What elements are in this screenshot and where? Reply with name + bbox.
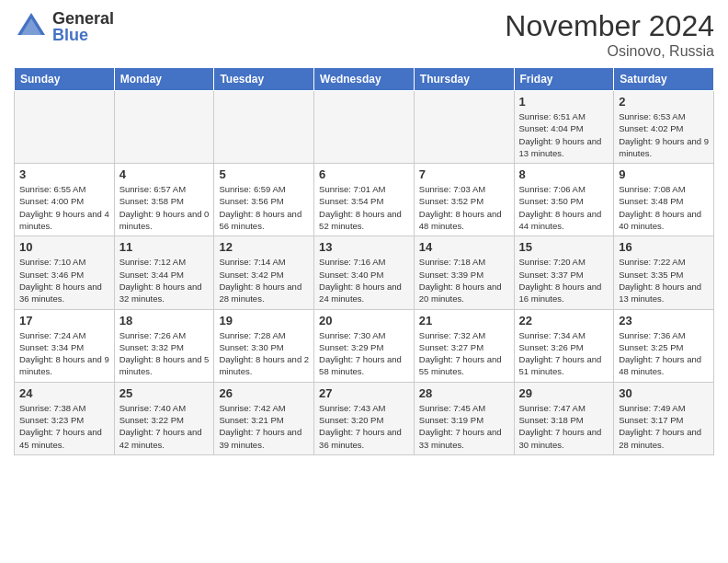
calendar-cell: 19Sunrise: 7:28 AM Sunset: 3:30 PM Dayli… xyxy=(214,309,314,382)
day-info: Sunrise: 6:57 AM Sunset: 3:58 PM Dayligh… xyxy=(119,183,210,232)
col-friday: Friday xyxy=(514,68,614,91)
day-number: 16 xyxy=(619,240,709,254)
day-info: Sunrise: 7:49 AM Sunset: 3:17 PM Dayligh… xyxy=(619,402,709,451)
day-number: 18 xyxy=(119,314,210,327)
calendar-cell: 22Sunrise: 7:34 AM Sunset: 3:26 PM Dayli… xyxy=(514,309,614,382)
day-number: 24 xyxy=(19,386,109,400)
calendar-cell: 12Sunrise: 7:14 AM Sunset: 3:42 PM Dayli… xyxy=(214,236,314,309)
calendar-week-3: 10Sunrise: 7:10 AM Sunset: 3:46 PM Dayli… xyxy=(15,236,714,309)
day-number: 15 xyxy=(519,240,609,254)
day-number: 5 xyxy=(219,167,309,181)
logo-icon xyxy=(14,9,49,44)
day-info: Sunrise: 7:26 AM Sunset: 3:32 PM Dayligh… xyxy=(119,329,210,378)
calendar-cell: 27Sunrise: 7:43 AM Sunset: 3:20 PM Dayli… xyxy=(314,382,415,454)
calendar-cell: 29Sunrise: 7:47 AM Sunset: 3:18 PM Dayli… xyxy=(514,382,614,454)
day-number: 22 xyxy=(519,314,609,327)
day-number: 20 xyxy=(319,314,409,327)
day-number: 25 xyxy=(119,386,210,400)
calendar-cell xyxy=(15,91,115,164)
day-info: Sunrise: 7:10 AM Sunset: 3:46 PM Dayligh… xyxy=(19,256,109,304)
calendar-cell: 15Sunrise: 7:20 AM Sunset: 3:37 PM Dayli… xyxy=(514,236,614,309)
calendar-cell: 18Sunrise: 7:26 AM Sunset: 3:32 PM Dayli… xyxy=(114,309,214,382)
calendar-cell: 9Sunrise: 7:08 AM Sunset: 3:48 PM Daylig… xyxy=(614,164,714,236)
calendar-cell: 21Sunrise: 7:32 AM Sunset: 3:27 PM Dayli… xyxy=(414,309,514,382)
day-number: 4 xyxy=(119,167,210,181)
col-tuesday: Tuesday xyxy=(214,68,314,91)
day-number: 1 xyxy=(519,95,609,109)
calendar-cell: 10Sunrise: 7:10 AM Sunset: 3:46 PM Dayli… xyxy=(15,236,115,309)
title-block: November 2024 Osinovo, Russia xyxy=(505,9,714,60)
month-title: November 2024 xyxy=(505,9,714,43)
day-number: 10 xyxy=(19,240,109,254)
day-number: 17 xyxy=(19,314,109,327)
day-info: Sunrise: 7:40 AM Sunset: 3:22 PM Dayligh… xyxy=(119,402,210,451)
header: General Blue November 2024 Osinovo, Russ… xyxy=(14,9,714,60)
calendar-week-5: 24Sunrise: 7:38 AM Sunset: 3:23 PM Dayli… xyxy=(15,382,714,454)
calendar-cell: 3Sunrise: 6:55 AM Sunset: 4:00 PM Daylig… xyxy=(15,164,115,236)
day-number: 14 xyxy=(419,240,509,254)
day-info: Sunrise: 7:42 AM Sunset: 3:21 PM Dayligh… xyxy=(219,402,309,451)
col-monday: Monday xyxy=(114,68,214,91)
day-info: Sunrise: 6:59 AM Sunset: 3:56 PM Dayligh… xyxy=(219,183,309,232)
day-number: 11 xyxy=(119,240,210,254)
day-number: 13 xyxy=(319,240,409,254)
calendar-cell: 24Sunrise: 7:38 AM Sunset: 3:23 PM Dayli… xyxy=(15,382,115,454)
page: General Blue November 2024 Osinovo, Russ… xyxy=(0,0,728,465)
day-info: Sunrise: 7:30 AM Sunset: 3:29 PM Dayligh… xyxy=(319,329,409,378)
day-info: Sunrise: 6:53 AM Sunset: 4:02 PM Dayligh… xyxy=(619,110,709,159)
day-info: Sunrise: 7:47 AM Sunset: 3:18 PM Dayligh… xyxy=(519,402,609,451)
day-number: 9 xyxy=(619,167,709,181)
day-info: Sunrise: 7:08 AM Sunset: 3:48 PM Dayligh… xyxy=(619,183,709,232)
day-number: 27 xyxy=(319,386,409,400)
calendar-cell: 13Sunrise: 7:16 AM Sunset: 3:40 PM Dayli… xyxy=(314,236,415,309)
day-number: 30 xyxy=(619,386,709,400)
calendar-cell: 2Sunrise: 6:53 AM Sunset: 4:02 PM Daylig… xyxy=(614,91,714,164)
calendar-cell xyxy=(414,91,514,164)
calendar-table: Sunday Monday Tuesday Wednesday Thursday… xyxy=(14,67,714,455)
calendar-cell: 17Sunrise: 7:24 AM Sunset: 3:34 PM Dayli… xyxy=(15,309,115,382)
day-number: 2 xyxy=(619,95,709,109)
day-info: Sunrise: 7:18 AM Sunset: 3:39 PM Dayligh… xyxy=(419,256,509,304)
calendar-cell: 16Sunrise: 7:22 AM Sunset: 3:35 PM Dayli… xyxy=(614,236,714,309)
day-info: Sunrise: 7:22 AM Sunset: 3:35 PM Dayligh… xyxy=(619,256,709,304)
day-info: Sunrise: 7:28 AM Sunset: 3:30 PM Dayligh… xyxy=(219,329,309,378)
day-info: Sunrise: 7:43 AM Sunset: 3:20 PM Dayligh… xyxy=(319,402,409,451)
calendar-week-2: 3Sunrise: 6:55 AM Sunset: 4:00 PM Daylig… xyxy=(15,164,714,236)
day-info: Sunrise: 7:36 AM Sunset: 3:25 PM Dayligh… xyxy=(619,329,709,378)
day-number: 26 xyxy=(219,386,309,400)
col-sunday: Sunday xyxy=(15,68,115,91)
day-info: Sunrise: 7:45 AM Sunset: 3:19 PM Dayligh… xyxy=(419,402,509,451)
calendar-cell: 4Sunrise: 6:57 AM Sunset: 3:58 PM Daylig… xyxy=(114,164,214,236)
day-number: 7 xyxy=(419,167,509,181)
day-info: Sunrise: 7:34 AM Sunset: 3:26 PM Dayligh… xyxy=(519,329,609,378)
calendar-cell: 8Sunrise: 7:06 AM Sunset: 3:50 PM Daylig… xyxy=(514,164,614,236)
day-info: Sunrise: 7:16 AM Sunset: 3:40 PM Dayligh… xyxy=(319,256,409,304)
calendar-week-4: 17Sunrise: 7:24 AM Sunset: 3:34 PM Dayli… xyxy=(15,309,714,382)
col-saturday: Saturday xyxy=(614,68,714,91)
day-info: Sunrise: 7:06 AM Sunset: 3:50 PM Dayligh… xyxy=(519,183,609,232)
location: Osinovo, Russia xyxy=(505,43,714,60)
day-number: 28 xyxy=(419,386,509,400)
header-row: Sunday Monday Tuesday Wednesday Thursday… xyxy=(15,68,714,91)
day-info: Sunrise: 7:12 AM Sunset: 3:44 PM Dayligh… xyxy=(119,256,210,304)
calendar-cell: 30Sunrise: 7:49 AM Sunset: 3:17 PM Dayli… xyxy=(614,382,714,454)
logo-general-text: General xyxy=(52,10,114,27)
day-number: 21 xyxy=(419,314,509,327)
calendar-cell: 6Sunrise: 7:01 AM Sunset: 3:54 PM Daylig… xyxy=(314,164,415,236)
calendar-cell: 26Sunrise: 7:42 AM Sunset: 3:21 PM Dayli… xyxy=(214,382,314,454)
col-thursday: Thursday xyxy=(414,68,514,91)
day-info: Sunrise: 7:14 AM Sunset: 3:42 PM Dayligh… xyxy=(219,256,309,304)
day-info: Sunrise: 7:32 AM Sunset: 3:27 PM Dayligh… xyxy=(419,329,509,378)
day-number: 3 xyxy=(19,167,109,181)
calendar-cell xyxy=(214,91,314,164)
calendar-cell: 23Sunrise: 7:36 AM Sunset: 3:25 PM Dayli… xyxy=(614,309,714,382)
calendar-cell: 14Sunrise: 7:18 AM Sunset: 3:39 PM Dayli… xyxy=(414,236,514,309)
col-wednesday: Wednesday xyxy=(314,68,415,91)
day-info: Sunrise: 6:55 AM Sunset: 4:00 PM Dayligh… xyxy=(19,183,109,232)
day-info: Sunrise: 7:03 AM Sunset: 3:52 PM Dayligh… xyxy=(419,183,509,232)
logo-blue-text: Blue xyxy=(52,27,114,43)
calendar-cell: 11Sunrise: 7:12 AM Sunset: 3:44 PM Dayli… xyxy=(114,236,214,309)
calendar-cell: 28Sunrise: 7:45 AM Sunset: 3:19 PM Dayli… xyxy=(414,382,514,454)
day-info: Sunrise: 6:51 AM Sunset: 4:04 PM Dayligh… xyxy=(519,110,609,159)
day-number: 29 xyxy=(519,386,609,400)
